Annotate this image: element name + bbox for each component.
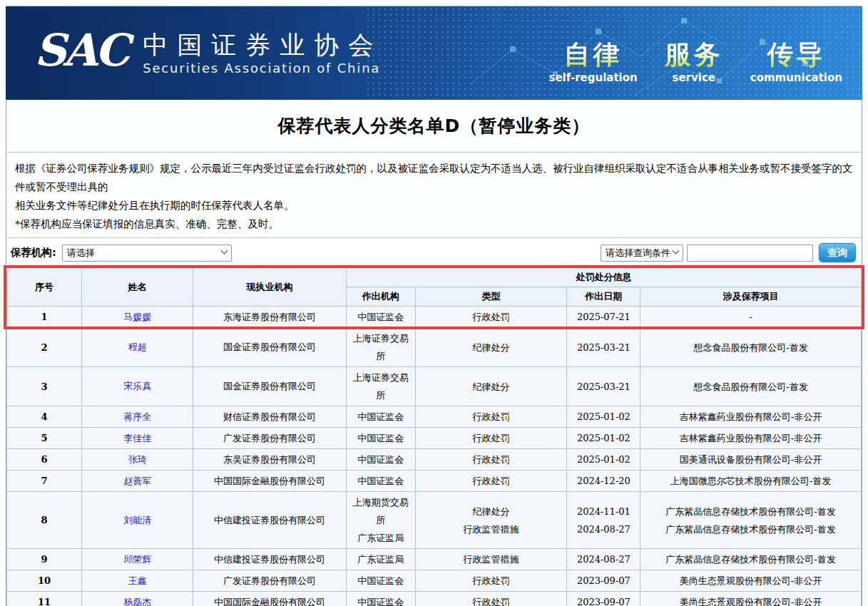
- penalty-project-cell: 广东紫晶信息存储技术股份有限公司-首发: [640, 549, 862, 570]
- penalty-date-cell: 2024-11-012024-08-27: [567, 492, 640, 549]
- page: SAC 中国证券业协会 Securities Association of Ch…: [6, 6, 862, 606]
- slogan-self-regulation: 自律 self-regulation: [548, 41, 637, 85]
- penalty-type-cell: 行政处罚: [415, 307, 566, 328]
- penalty-date-cell: 2025-01-02: [567, 428, 640, 449]
- penalty-type-cell: 纪律处分行政监管措施: [415, 492, 566, 549]
- person-link[interactable]: 马媛媛: [123, 312, 151, 322]
- person-link[interactable]: 张琦: [128, 454, 147, 465]
- penalty-project-cell: 美尚生态景观股份有限公司-非公开: [640, 592, 862, 606]
- penalty-type-cell: 行政监管措施: [415, 549, 566, 570]
- row-index-cell: 2: [7, 328, 82, 367]
- person-name-cell: 蒋序全: [82, 406, 193, 428]
- penalty-type-cell: 行政处罚: [415, 471, 566, 492]
- col-header-org: 作出机构: [346, 287, 415, 307]
- penalty-type-cell: 纪律处分: [415, 367, 566, 406]
- penalty-org-cell: 上海期货交易所广东证监局: [346, 492, 415, 549]
- person-link[interactable]: 程超: [128, 341, 147, 352]
- table-row: 8刘能清中信建投证券股份有限公司上海期货交易所广东证监局纪律处分行政监管措施20…: [7, 492, 862, 549]
- org-name-block: 中国证券业协会 Securities Association of China: [143, 31, 382, 76]
- row-index-cell: 6: [7, 449, 82, 471]
- person-link[interactable]: 李佳佳: [123, 433, 151, 443]
- org-name-cn: 中国证券业协会: [143, 31, 382, 59]
- person-name-cell: 马媛媛: [82, 307, 193, 328]
- penalty-project-cell: 美尚生态景观股份有限公司-非公开: [640, 570, 862, 592]
- org-name-en: Securities Association of China: [143, 61, 382, 76]
- person-name-cell: 宋乐真: [82, 367, 193, 406]
- penalty-project-cell: 国美通讯设备股份有限公司-非公开: [640, 449, 862, 471]
- person-name-cell: 程超: [82, 328, 193, 367]
- person-link[interactable]: 邱荣辉: [123, 554, 151, 565]
- penalty-project-cell: 吉林紫鑫药业股份有限公司-非公开: [640, 406, 862, 428]
- query-condition-select[interactable]: 请选择查询条件: [601, 245, 683, 262]
- penalty-org-cell: 广东证监局: [346, 549, 415, 570]
- person-name-cell: 王鑫: [82, 570, 193, 592]
- search-button[interactable]: 查询: [819, 243, 856, 262]
- col-header-project: 涉及保荐项目: [640, 287, 862, 307]
- chevron-down-icon: [673, 247, 680, 255]
- row-index-cell: 3: [7, 367, 82, 406]
- penalty-date-cell: 2023-09-07: [567, 570, 640, 592]
- penalty-project-cell: 吉林紫鑫药业股份有限公司-非公开: [640, 428, 862, 449]
- site-banner: SAC 中国证券业协会 Securities Association of Ch…: [6, 6, 862, 100]
- penalty-type-cell: 行政处罚: [415, 570, 566, 592]
- penalty-org-cell: 中国证监会: [346, 307, 415, 328]
- penalty-org-cell: 中国证监会: [346, 406, 415, 428]
- row-index-cell: 1: [7, 307, 82, 328]
- table-row: 11杨磊杰中国国际金融股份有限公司中国证监会行政处罚2023-09-07美尚生态…: [7, 592, 862, 606]
- filter-bar: 保荐机构: 请选择 请选择查询条件 查询: [6, 238, 862, 267]
- table-body: 1马媛媛东海证券股份有限公司中国证监会行政处罚2025-07-21-2程超国金证…: [7, 307, 862, 606]
- penalty-org-cell: 中国证监会: [346, 592, 415, 606]
- firm-cell: 国金证券股份有限公司: [193, 328, 346, 367]
- penalty-org-cell: 中国证监会: [346, 471, 415, 492]
- person-name-cell: 赵善军: [82, 471, 193, 492]
- penalty-org-cell: 中国证监会: [346, 428, 415, 449]
- col-header-date: 作出日期: [567, 287, 640, 307]
- firm-cell: 国金证券股份有限公司: [193, 367, 346, 406]
- penalty-project-cell: 上海国微思尔芯技术股份有限公司-首发: [640, 471, 862, 492]
- table-row: 2程超国金证券股份有限公司上海证券交易所纪律处分2025-03-21想念食品股份…: [7, 328, 862, 367]
- search-input[interactable]: [687, 245, 813, 262]
- penalty-project-cell: 想念食品股份有限公司-首发: [640, 367, 862, 406]
- person-name-cell: 李佳佳: [82, 428, 193, 449]
- penalty-date-cell: 2024-08-27: [567, 549, 640, 570]
- penalty-date-cell: 2025-03-21: [567, 328, 640, 367]
- person-link[interactable]: 赵善军: [123, 476, 151, 486]
- description-block: 根据《证券公司保荐业务规则》规定，公示最近三年内受过证监会行政处罚的，以及被证监…: [6, 153, 862, 238]
- col-header-firm: 现执业机构: [193, 268, 346, 307]
- penalty-date-cell: 2025-07-21: [567, 307, 640, 328]
- penalty-project-cell: -: [640, 307, 862, 328]
- slogan-service: 服务 service: [665, 41, 723, 85]
- slogan-en-text: self-regulation: [548, 71, 637, 84]
- sponsor-select[interactable]: 请选择: [62, 245, 232, 262]
- firm-cell: 中信建投证券股份有限公司: [193, 492, 346, 549]
- penalty-date-cell: 2024-12-20: [567, 471, 640, 492]
- penalty-org-cell: 中国证监会: [346, 570, 415, 592]
- table-header: 序号 姓名 现执业机构 处罚处分信息 作出机构 类型 作出日期 涉及保荐项目: [7, 268, 862, 307]
- sac-logo: SAC: [34, 29, 127, 78]
- sponsor-select-value: 请选择: [67, 247, 95, 260]
- person-link[interactable]: 宋乐真: [123, 381, 151, 391]
- person-link[interactable]: 杨磊杰: [123, 597, 151, 606]
- person-link[interactable]: 蒋序全: [123, 411, 151, 422]
- slogan-cn-text: 传导: [767, 41, 825, 70]
- person-link[interactable]: 王鑫: [128, 575, 147, 586]
- penalty-project-cell: 广东紫晶信息存储技术股份有限公司-首发广东紫晶信息存储技术股份有限公司-首发: [640, 492, 862, 549]
- penalty-org-cell: 上海证券交易所: [346, 328, 415, 367]
- result-table: 序号 姓名 现执业机构 处罚处分信息 作出机构 类型 作出日期 涉及保荐项目 1…: [6, 267, 862, 606]
- content-area: 保荐代表人分类名单D（暂停业务类） 根据《证券公司保荐业务规则》规定，公示最近三…: [6, 100, 862, 606]
- sponsor-filter-label: 保荐机构:: [11, 246, 56, 260]
- penalty-org-cell: 中国证监会: [346, 449, 415, 471]
- row-index-cell: 5: [7, 428, 82, 449]
- firm-cell: 中国国际金融股份有限公司: [193, 471, 346, 492]
- penalty-date-cell: 2023-09-07: [567, 592, 640, 606]
- penalty-date-cell: 2025-03-21: [567, 367, 640, 406]
- table-row: 5李佳佳广发证券股份有限公司中国证监会行政处罚2025-01-02吉林紫鑫药业股…: [7, 428, 862, 449]
- table-row: 3宋乐真国金证券股份有限公司上海证券交易所纪律处分2025-03-21想念食品股…: [7, 367, 862, 406]
- chevron-down-icon: [220, 247, 228, 255]
- person-name-cell: 杨磊杰: [82, 592, 193, 606]
- penalty-type-cell: 行政处罚: [415, 428, 566, 449]
- person-link[interactable]: 刘能清: [123, 515, 151, 525]
- slogan-block: 自律 self-regulation 服务 service 传导 communi…: [548, 22, 842, 85]
- row-index-cell: 8: [7, 492, 82, 549]
- result-table-wrap: 序号 姓名 现执业机构 处罚处分信息 作出机构 类型 作出日期 涉及保荐项目 1…: [6, 267, 862, 606]
